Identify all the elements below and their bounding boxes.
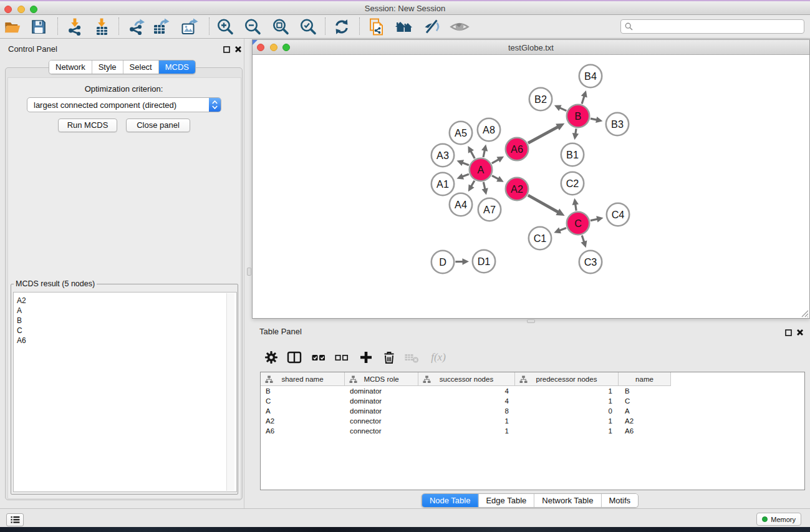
graph-node-B1[interactable]: B1 (561, 143, 584, 166)
result-list-scrollbar[interactable] (226, 293, 234, 491)
edge-B-B4[interactable] (582, 95, 584, 104)
node-label: A2 (511, 183, 523, 195)
table-row[interactable]: Adominator80A (261, 406, 804, 416)
tab-edge-table[interactable]: Edge Table (478, 494, 534, 507)
column-header-successor-nodes[interactable]: successor nodes (418, 372, 515, 386)
task-history-button[interactable] (6, 513, 24, 526)
zoom-fit-button[interactable] (269, 16, 292, 37)
graph-node-A7[interactable]: A7 (478, 198, 501, 221)
graph-node-B2[interactable]: B2 (529, 88, 552, 110)
delete-row-button[interactable] (379, 348, 399, 367)
table-row[interactable]: Bdominator41B (261, 386, 804, 396)
column-header-name[interactable]: name (619, 372, 671, 386)
table-columns-button[interactable] (284, 348, 304, 367)
zoom-out-button[interactable] (241, 16, 264, 37)
result-item[interactable]: B (14, 316, 236, 326)
graph-node-C[interactable]: C (567, 212, 589, 235)
export-table-button[interactable] (150, 16, 172, 37)
result-item[interactable]: A6 (14, 336, 236, 346)
home-view-button[interactable] (393, 16, 415, 37)
export-network-button[interactable] (125, 16, 148, 37)
close-table-panel-icon[interactable] (796, 329, 804, 336)
result-item[interactable]: C (14, 326, 236, 336)
mcds-result-list[interactable]: A2ABCA6 (13, 292, 237, 492)
edge-A2-C[interactable] (528, 195, 559, 213)
column-header-MCDS-role[interactable]: MCDS role (345, 372, 418, 386)
graph-node-A6[interactable]: A6 (506, 138, 528, 160)
graph-node-D[interactable]: D (432, 251, 454, 273)
search-field[interactable] (620, 19, 804, 34)
tab-mcds[interactable]: MCDS (158, 60, 195, 74)
select-all-rows-button[interactable] (309, 348, 329, 367)
criterion-select[interactable]: largest connected component (directed) (27, 97, 221, 112)
import-table-button[interactable] (90, 16, 113, 37)
tab-style[interactable]: Style (92, 60, 123, 74)
graph-node-A[interactable]: A (470, 158, 492, 181)
tab-select[interactable]: Select (123, 60, 158, 74)
network-canvas[interactable]: B4B2BB3A5A8A6A3B1AA1A2C2A4A7C4CC1C3DD1 (253, 56, 809, 318)
export-image-button[interactable] (178, 16, 200, 37)
run-mcds-button[interactable]: Run MCDS (58, 118, 117, 132)
tab-network-table[interactable]: Network Table (534, 494, 600, 507)
duplicate-network-button[interactable] (365, 16, 388, 37)
refresh-icon (332, 17, 351, 36)
graph-node-C4[interactable]: C4 (607, 203, 629, 226)
edge-arrowhead (572, 198, 579, 205)
graph-node-A2[interactable]: A2 (506, 178, 528, 200)
float-table-panel-icon[interactable] (785, 329, 792, 336)
result-item[interactable]: A (14, 306, 236, 316)
graph-node-C3[interactable]: C3 (579, 251, 602, 273)
add-row-button[interactable] (356, 348, 376, 367)
zoom-selected-button[interactable] (297, 16, 319, 37)
node-label: A3 (436, 150, 449, 161)
float-panel-icon[interactable] (223, 46, 230, 53)
function-builder-button[interactable]: f(x) (426, 348, 451, 367)
delete-table-button[interactable] (402, 348, 422, 367)
table-settings-button[interactable] (261, 348, 281, 367)
close-panel-button[interactable]: Close panel (126, 118, 190, 132)
column-header-predecessor-nodes[interactable]: predecessor nodes (515, 372, 619, 386)
show-selected-button[interactable] (448, 16, 471, 37)
memory-button[interactable]: Memory (756, 513, 801, 526)
table-row[interactable]: A6connector11A6 (261, 426, 804, 436)
zoom-in-button[interactable] (214, 16, 236, 37)
edge-A-A6[interactable] (492, 159, 499, 163)
main-toolbar (0, 15, 810, 39)
cell-MCDS-role: dominator (345, 396, 418, 406)
open-session-button[interactable] (1, 16, 24, 37)
result-item[interactable]: A2 (14, 296, 236, 306)
graph-node-A5[interactable]: A5 (450, 122, 472, 144)
column-header-shared-name[interactable]: shared name (261, 372, 345, 386)
tab-network[interactable]: Network (49, 60, 92, 74)
refresh-layout-button[interactable] (330, 16, 353, 37)
tab-motifs[interactable]: Motifs (600, 494, 638, 507)
table-row[interactable]: Cdominator41C (261, 396, 804, 406)
graph-node-A1[interactable]: A1 (432, 173, 454, 195)
hide-selected-button[interactable] (422, 16, 444, 37)
cell-shared-name: C (261, 396, 345, 406)
cell-predecessor-nodes: 1 (515, 386, 619, 396)
close-panel-icon[interactable] (234, 46, 242, 53)
vertical-splitter-grip[interactable] (247, 268, 251, 276)
table-body: Bdominator41BCdominator41CAdominator80AA… (261, 386, 804, 436)
graph-node-D1[interactable]: D1 (473, 250, 495, 273)
graph-node-B3[interactable]: B3 (606, 113, 629, 135)
import-network-button[interactable] (64, 16, 86, 37)
graph-node-C2[interactable]: C2 (561, 172, 584, 195)
search-input[interactable] (635, 22, 804, 32)
graph-node-B4[interactable]: B4 (579, 65, 602, 87)
edge-A6-B[interactable] (528, 127, 559, 143)
graph-node-A4[interactable]: A4 (450, 193, 472, 216)
table-row[interactable]: A2connector11A2 (261, 416, 804, 426)
graph-node-B[interactable]: B (567, 105, 589, 127)
graph-node-A3[interactable]: A3 (432, 144, 454, 167)
edge-A-A5[interactable] (470, 151, 475, 158)
export-image-icon (180, 17, 198, 36)
window-resize-grip[interactable] (800, 309, 809, 317)
save-session-button[interactable] (27, 16, 50, 37)
deselect-all-rows-button[interactable] (332, 348, 352, 367)
graph-node-A8[interactable]: A8 (478, 118, 500, 141)
network-window-titlebar[interactable]: testGlobe.txt (253, 40, 809, 55)
tab-node-table[interactable]: Node Table (422, 494, 478, 507)
graph-node-C1[interactable]: C1 (529, 227, 551, 249)
